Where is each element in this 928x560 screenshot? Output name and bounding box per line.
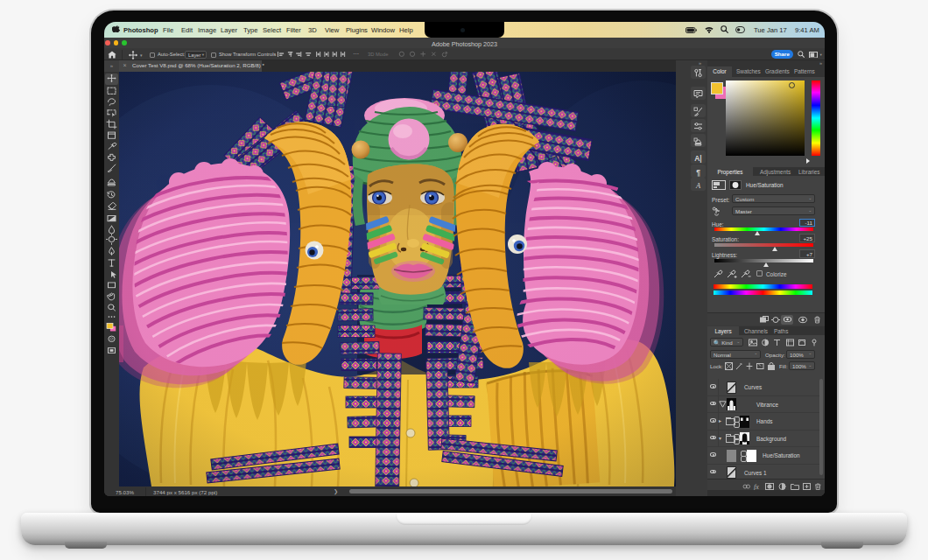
svg-text:fx: fx: [754, 483, 759, 490]
